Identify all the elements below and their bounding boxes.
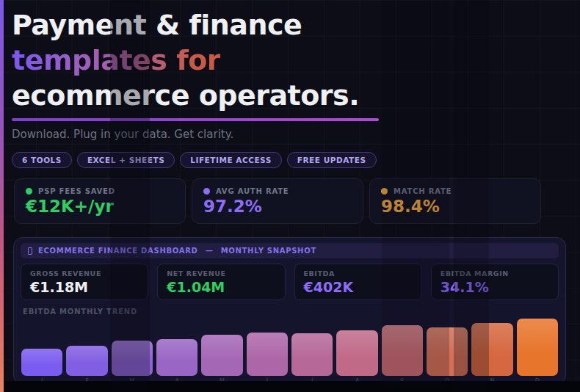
hero-title-line2: templates for xyxy=(12,44,220,76)
metric-label: EBITDA xyxy=(304,269,413,277)
metric-value: 34.1% xyxy=(441,279,549,295)
bar-8-A xyxy=(336,330,377,376)
metric-label: GROSS REVENUE xyxy=(30,269,139,277)
bar-12-D xyxy=(517,319,558,376)
metric-value: €1.18M xyxy=(30,279,139,295)
bar-3-M xyxy=(112,341,153,376)
badge-free-updates: FREE UPDATES xyxy=(287,152,377,168)
stat-label: PSP FEES SAVED xyxy=(38,187,115,195)
stat-value: 97.2% xyxy=(203,197,352,216)
page-background: Payment & finance templates for ecommerc… xyxy=(0,0,580,392)
stat-value: €12K+/yr xyxy=(26,197,174,216)
stat-card-psp-fees: PSP FEES SAVED €12K+/yr xyxy=(14,178,186,224)
metric-value: €402K xyxy=(304,279,413,295)
bar-10-O xyxy=(427,327,468,376)
feature-badges: 6 TOOLS EXCEL + SHEETS LIFETIME ACCESS F… xyxy=(12,152,568,168)
bar-4-A xyxy=(156,339,197,376)
dashboard-panel: ECOMMERCE FINANCE DASHBOARD — MONTHLY SN… xyxy=(13,237,566,385)
bar-5-M xyxy=(201,335,242,376)
left-accent-strip xyxy=(0,0,4,392)
bar-chart xyxy=(21,319,559,376)
green-dot-icon xyxy=(26,188,32,195)
chart-title: EBITDA MONTHLY TREND xyxy=(21,308,559,316)
metric-card-ebitda: EBITDA €402K xyxy=(294,264,422,300)
bar-11-N xyxy=(471,323,512,376)
stat-card-auth-rate: AVG AUTH RATE 97.2% xyxy=(192,178,363,224)
hero-title: Payment & finance templates for ecommerc… xyxy=(12,7,568,113)
bar-1-J xyxy=(21,349,62,376)
badge-lifetime-access: LIFETIME ACCESS xyxy=(180,152,282,168)
metric-card-gross-revenue: GROSS REVENUE €1.18M xyxy=(21,264,148,300)
stat-label: MATCH RATE xyxy=(394,187,452,195)
bar-6-J xyxy=(247,333,288,376)
metric-card-net-revenue: NET REVENUE €1.04M xyxy=(157,264,285,300)
bottom-edge-strip xyxy=(0,381,580,392)
badge-excel-sheets: EXCEL + SHEETS xyxy=(77,152,175,168)
badge-tools: 6 TOOLS xyxy=(12,152,72,168)
dashboard-title: ECOMMERCE FINANCE DASHBOARD xyxy=(38,247,198,255)
metric-label: NET REVENUE xyxy=(167,269,275,277)
stat-card-match-rate: MATCH RATE 98.4% xyxy=(369,178,541,224)
title-underline xyxy=(12,118,379,121)
dashboard-header: ECOMMERCE FINANCE DASHBOARD — MONTHLY SN… xyxy=(21,243,559,258)
bar-9-S xyxy=(382,325,423,376)
dashboard-header-text: ECOMMERCE FINANCE DASHBOARD — MONTHLY SN… xyxy=(38,247,316,255)
dashboard-separator: — xyxy=(206,247,214,255)
bar-2-F xyxy=(66,346,107,376)
dashboard-icon xyxy=(28,247,32,255)
metrics-row: GROSS REVENUE €1.18M NET REVENUE €1.04M … xyxy=(21,264,559,300)
purple-dot-icon xyxy=(203,188,210,195)
hero-title-line3: ecommerce operators. xyxy=(12,79,359,112)
hero-subtitle: Download. Plug in your data. Get clarity… xyxy=(12,128,568,141)
metric-card-ebitda-margin: EBITDA MARGIN 34.1% xyxy=(431,264,559,300)
metric-value: €1.04M xyxy=(167,279,275,295)
bar-7-J xyxy=(291,333,333,376)
hero-title-line1: Payment & finance xyxy=(12,9,302,41)
stat-label: AVG AUTH RATE xyxy=(216,187,289,195)
metric-label: EBITDA MARGIN xyxy=(441,269,549,277)
main-content: Payment & finance templates for ecommerc… xyxy=(12,7,568,385)
dashboard-subtitle: MONTHLY SNAPSHOT xyxy=(221,247,316,255)
orange-dot-icon xyxy=(381,188,388,195)
stats-row: PSP FEES SAVED €12K+/yr AVG AUTH RATE 97… xyxy=(14,178,568,224)
stat-value: 98.4% xyxy=(381,197,529,216)
